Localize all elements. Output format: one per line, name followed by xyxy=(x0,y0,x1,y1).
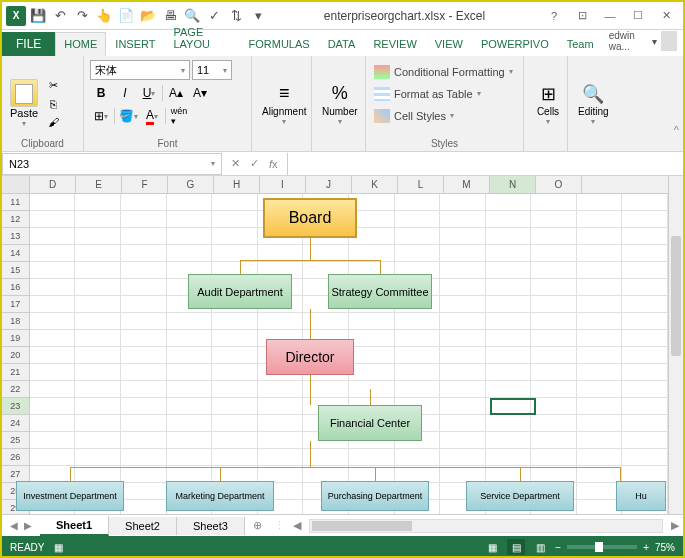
formula-bar[interactable] xyxy=(287,153,683,175)
tab-file[interactable]: FILE xyxy=(2,32,55,56)
redo-icon[interactable]: ↷ xyxy=(72,6,92,26)
excel-icon[interactable]: X xyxy=(6,6,26,26)
col-header[interactable]: E xyxy=(76,176,122,193)
view-pagelayout-icon[interactable]: ▤ xyxy=(507,539,525,555)
font-name-select[interactable]: 宋体▾ xyxy=(90,60,190,80)
macro-record-icon[interactable]: ▦ xyxy=(54,542,63,553)
sheet-tab[interactable]: Sheet3 xyxy=(177,517,245,535)
cells-button[interactable]: ⊞ Cells ▾ xyxy=(530,78,566,130)
fx-icon[interactable]: fx xyxy=(266,158,281,170)
org-node-director[interactable]: Director xyxy=(266,339,354,375)
view-pagebreak-icon[interactable]: ▥ xyxy=(531,539,549,555)
row-header[interactable]: 26 xyxy=(2,449,30,466)
user-account[interactable]: edwin wa... ▾ xyxy=(603,26,683,56)
sheet-tab[interactable]: Sheet1 xyxy=(40,516,109,536)
qat-dropdown-icon[interactable]: ▾ xyxy=(248,6,268,26)
tab-powerpivot[interactable]: POWERPIVO xyxy=(472,32,558,56)
hscroll-left-icon[interactable]: ◀ xyxy=(289,519,305,532)
font-size-select[interactable]: 11▾ xyxy=(192,60,232,80)
tab-formulas[interactable]: FORMULAS xyxy=(240,32,319,56)
org-node-service[interactable]: Service Department xyxy=(466,481,574,511)
row-header[interactable]: 11 xyxy=(2,194,30,211)
row-header[interactable]: 25 xyxy=(2,432,30,449)
increase-font-icon[interactable]: A▴ xyxy=(165,83,187,103)
cut-icon[interactable]: ✂ xyxy=(44,78,62,94)
sheet-nav-prev-icon[interactable]: ◀ xyxy=(8,518,20,533)
zoom-slider[interactable] xyxy=(567,545,637,549)
zoom-in-icon[interactable]: + xyxy=(643,542,649,553)
editing-button[interactable]: 🔍 Editing ▾ xyxy=(574,78,613,130)
phonetic-button[interactable]: wén▾ xyxy=(168,106,190,126)
tab-pagelayout[interactable]: PAGE LAYOU xyxy=(164,20,239,56)
format-as-table-button[interactable]: Format as Table ▾ xyxy=(372,83,517,104)
col-header[interactable]: I xyxy=(260,176,306,193)
close-icon[interactable]: ✕ xyxy=(653,6,679,26)
row-header[interactable]: 17 xyxy=(2,296,30,313)
vertical-scrollbar[interactable] xyxy=(668,176,683,514)
cancel-formula-icon[interactable]: ✕ xyxy=(228,157,243,170)
minimize-icon[interactable]: — xyxy=(597,6,623,26)
number-button[interactable]: % Number ▾ xyxy=(318,78,362,130)
row-header[interactable]: 23 xyxy=(2,398,30,415)
borders-button[interactable]: ⊞ ▾ xyxy=(90,106,112,126)
touch-mode-icon[interactable]: 👆 xyxy=(94,6,114,26)
ribbon-options-icon[interactable]: ⊡ xyxy=(569,6,595,26)
org-node-audit[interactable]: Audit Department xyxy=(188,274,292,309)
tab-team[interactable]: Team xyxy=(558,32,603,56)
undo-icon[interactable]: ↶ xyxy=(50,6,70,26)
zoom-level[interactable]: 75% xyxy=(655,542,675,553)
name-box[interactable]: N23▾ xyxy=(2,153,222,175)
org-node-purchasing[interactable]: Purchasing Department xyxy=(321,481,429,511)
hscroll-right-icon[interactable]: ▶ xyxy=(667,519,683,532)
select-all-corner[interactable] xyxy=(2,176,30,193)
col-header[interactable]: M xyxy=(444,176,490,193)
maximize-icon[interactable]: ☐ xyxy=(625,6,651,26)
col-header[interactable]: O xyxy=(536,176,582,193)
sheet-tab[interactable]: Sheet2 xyxy=(109,517,177,535)
row-header[interactable]: 18 xyxy=(2,313,30,330)
zoom-out-icon[interactable]: − xyxy=(555,542,561,553)
tab-insert[interactable]: INSERT xyxy=(106,32,164,56)
sheet-nav-next-icon[interactable]: ▶ xyxy=(22,518,34,533)
collapse-ribbon-icon[interactable]: ^ xyxy=(674,124,679,136)
fill-color-button[interactable]: 🪣▾ xyxy=(117,106,139,126)
row-header[interactable]: 20 xyxy=(2,347,30,364)
view-normal-icon[interactable]: ▦ xyxy=(483,539,501,555)
enter-formula-icon[interactable]: ✓ xyxy=(247,157,262,170)
paste-button[interactable]: Paste ▾ xyxy=(8,77,40,130)
italic-button[interactable]: I xyxy=(114,83,136,103)
help-icon[interactable]: ? xyxy=(541,6,567,26)
save-icon[interactable]: 💾 xyxy=(28,6,48,26)
horizontal-scrollbar[interactable] xyxy=(309,519,663,533)
org-node-marketing[interactable]: Marketing Department xyxy=(166,481,274,511)
cell-styles-button[interactable]: Cell Styles ▾ xyxy=(372,105,517,126)
col-header[interactable]: J xyxy=(306,176,352,193)
col-header[interactable]: D xyxy=(30,176,76,193)
tab-review[interactable]: REVIEW xyxy=(364,32,425,56)
org-node-financial[interactable]: Financial Center xyxy=(318,405,422,441)
tab-view[interactable]: VIEW xyxy=(426,32,472,56)
col-header[interactable]: K xyxy=(352,176,398,193)
bold-button[interactable]: B xyxy=(90,83,112,103)
copy-icon[interactable]: ⎘ xyxy=(44,96,62,112)
col-header[interactable]: N xyxy=(490,176,536,193)
row-header[interactable]: 15 xyxy=(2,262,30,279)
col-header[interactable]: L xyxy=(398,176,444,193)
col-header[interactable]: F xyxy=(122,176,168,193)
col-header[interactable]: G xyxy=(168,176,214,193)
add-sheet-icon[interactable]: ⊕ xyxy=(245,517,270,534)
row-header[interactable]: 13 xyxy=(2,228,30,245)
conditional-formatting-button[interactable]: Conditional Formatting ▾ xyxy=(372,61,517,82)
row-header[interactable]: 16 xyxy=(2,279,30,296)
org-node-hu[interactable]: Hu xyxy=(616,481,666,511)
row-header[interactable]: 19 xyxy=(2,330,30,347)
org-node-strategy[interactable]: Strategy Committee xyxy=(328,274,432,309)
row-header[interactable]: 14 xyxy=(2,245,30,262)
org-node-board[interactable]: Board xyxy=(263,198,357,238)
row-header[interactable]: 22 xyxy=(2,381,30,398)
underline-button[interactable]: U ▾ xyxy=(138,83,160,103)
row-header[interactable]: 21 xyxy=(2,364,30,381)
tab-home[interactable]: HOME xyxy=(55,32,106,56)
alignment-button[interactable]: ≡ Alignment ▾ xyxy=(258,78,310,130)
font-color-button[interactable]: A▾ xyxy=(141,106,163,126)
